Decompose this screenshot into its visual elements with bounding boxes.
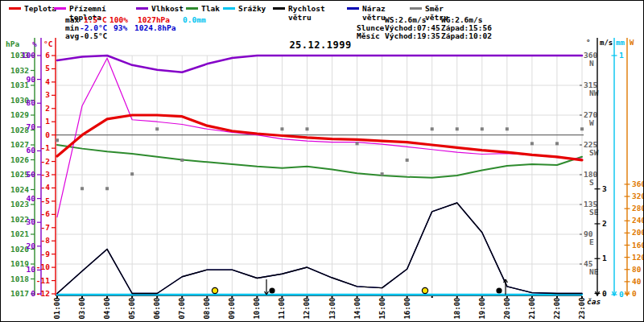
legend-label: Rychlost větru — [288, 4, 325, 22]
svg-text:40: 40 — [27, 194, 36, 203]
legend-label: Náraz větru — [362, 4, 386, 22]
stat-avg-temp: -0.5°C — [80, 32, 107, 40]
svg-text:0: 0 — [45, 130, 50, 139]
svg-text:23:00: 23:00 — [578, 297, 586, 319]
svg-text:18:00: 18:00 — [453, 297, 461, 319]
svg-text:1024: 1024 — [10, 185, 29, 194]
svg-text:1: 1 — [602, 254, 607, 262]
svg-text:09:00: 09:00 — [228, 297, 236, 319]
svg-text:3: 3 — [602, 184, 607, 193]
legend-swatch-icon — [410, 7, 422, 10]
svg-text:-4: -4 — [41, 183, 51, 192]
svg-text:04:00: 04:00 — [103, 297, 111, 319]
svg-text:22:00: 22:00 — [553, 297, 561, 319]
svg-text:-8: -8 — [41, 236, 51, 245]
svg-text:-1: -1 — [41, 143, 51, 152]
svg-text:90: 90 — [27, 75, 36, 84]
svg-text:100: 100 — [22, 51, 35, 60]
svg-text:50: 50 — [27, 170, 36, 179]
stat-avg-label: avg — [65, 32, 79, 40]
svg-text:80: 80 — [632, 265, 642, 274]
legend-swatch-icon — [186, 7, 198, 10]
svg-text:11:00: 11:00 — [278, 297, 286, 319]
svg-text:-12: -12 — [36, 289, 50, 298]
legend-swatch-icon — [54, 7, 66, 10]
svg-text:70: 70 — [27, 122, 36, 131]
svg-text:03:00: 03:00 — [78, 297, 86, 319]
stat-moonset: Západ:10:02 — [441, 32, 492, 40]
svg-text:160: 160 — [632, 241, 644, 250]
svg-text:1029: 1029 — [10, 110, 29, 119]
stat-max-precip: 0.0mm — [183, 16, 206, 24]
svg-text:°: ° — [586, 39, 590, 47]
svg-text:19:00: 19:00 — [478, 297, 486, 319]
svg-text:5: 5 — [45, 64, 50, 72]
svg-text:6: 6 — [45, 51, 50, 60]
svg-text:4: 4 — [45, 77, 50, 86]
svg-text:14:00: 14:00 — [353, 297, 361, 319]
legend-label: Tlak — [201, 4, 220, 13]
svg-text:N: N — [589, 59, 594, 68]
svg-text:360: 360 — [632, 180, 644, 188]
legend-swatch-icon — [223, 7, 235, 10]
svg-text:-10: -10 — [36, 262, 50, 271]
svg-text:-7: -7 — [41, 223, 50, 232]
legend-swatch-icon — [9, 7, 21, 10]
svg-text:0: 0 — [31, 289, 35, 298]
svg-text:2: 2 — [45, 104, 50, 113]
svg-text:20: 20 — [27, 242, 36, 250]
svg-text:E: E — [589, 237, 594, 246]
legend-label: Vlhkost — [151, 4, 184, 13]
svg-text:W: W — [630, 39, 634, 47]
svg-text:2: 2 — [602, 219, 607, 228]
svg-text:280: 280 — [632, 204, 644, 213]
svg-text:05:00: 05:00 — [128, 297, 136, 319]
legend-swatch-icon — [347, 7, 359, 10]
svg-text:0: 0 — [602, 289, 607, 298]
svg-text:13:00: 13:00 — [328, 297, 336, 319]
svg-text:1017: 1017 — [10, 289, 29, 298]
stat-min-humidity: 93% — [114, 24, 127, 32]
svg-text:1021: 1021 — [10, 229, 29, 238]
svg-text:16:00: 16:00 — [403, 297, 411, 319]
chart-title: 25.12.1999 — [272, 41, 369, 49]
svg-text:1018: 1018 — [10, 275, 29, 283]
svg-text:1: 1 — [45, 117, 50, 126]
svg-text:0: 0 — [619, 290, 624, 299]
svg-text:-3: -3 — [41, 170, 51, 179]
chart-legend: TeplotaPřízemní teplotaVlhkostTlakSrážky… — [1, 4, 644, 14]
meteogram-window: hPa1017101810191020102110221023102410251… — [0, 0, 644, 322]
svg-text:06:00: 06:00 — [153, 297, 161, 319]
svg-text:%: % — [32, 39, 37, 48]
svg-text:08:00: 08:00 — [203, 297, 211, 319]
svg-text:30: 30 — [27, 217, 36, 226]
svg-text:12:00: 12:00 — [303, 297, 311, 319]
svg-text:1: 1 — [619, 51, 624, 60]
legend-label: Teplota — [24, 4, 56, 13]
stat-min-pressure: 1024.8hPa — [134, 24, 175, 32]
svg-text:200: 200 — [632, 228, 644, 237]
svg-text:mm: mm — [616, 39, 625, 47]
svg-text:80: 80 — [27, 98, 36, 107]
svg-text:01:00: 01:00 — [53, 297, 61, 319]
svg-text:15:00: 15:00 — [378, 297, 386, 319]
svg-text:-2: -2 — [41, 157, 50, 166]
svg-text:21:00: 21:00 — [528, 297, 536, 319]
legend-label: Srážky — [238, 4, 266, 13]
svg-text:1026: 1026 — [10, 155, 29, 164]
x-axis-name: čas — [587, 298, 601, 306]
svg-text:°C: °C — [43, 39, 53, 48]
svg-text:-6: -6 — [41, 209, 51, 218]
svg-text:120: 120 — [632, 253, 644, 262]
svg-text:m/s: m/s — [600, 39, 613, 47]
svg-text:10: 10 — [27, 265, 36, 274]
svg-text:20:00: 20:00 — [503, 297, 511, 319]
svg-text:320: 320 — [632, 192, 644, 200]
svg-text:40: 40 — [632, 277, 642, 286]
stat-moon-label: Měsíc — [357, 32, 380, 40]
svg-text:240: 240 — [632, 216, 644, 225]
legend-swatch-icon — [273, 7, 285, 10]
svg-text:hPa: hPa — [6, 39, 19, 48]
svg-text:S: S — [589, 178, 594, 187]
svg-text:-9: -9 — [41, 250, 51, 258]
